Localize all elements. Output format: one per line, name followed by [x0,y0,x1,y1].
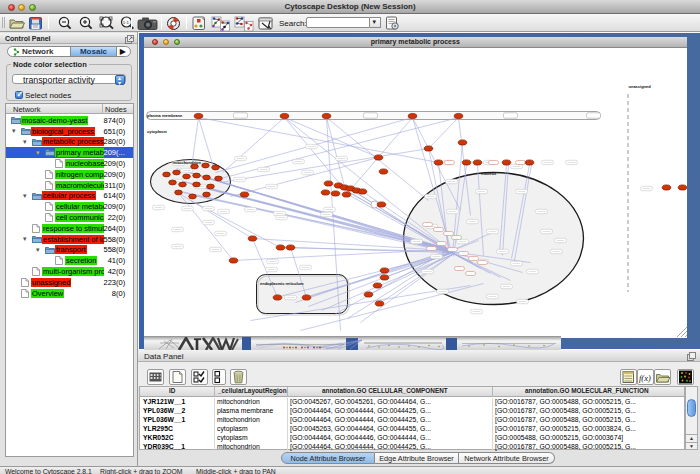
svg-text:cytoplasm: cytoplasm [147,128,167,133]
svg-text:f(x): f(x) [639,373,651,383]
svg-text:nucleus: nucleus [481,171,497,176]
svg-text:plasma membrane: plasma membrane [147,113,183,118]
svg-text:mitochondrion: mitochondrion [173,159,202,164]
svg-text:endoplasmic reticulum: endoplasmic reticulum [260,280,304,285]
svg-text:1:1: 1:1 [123,20,130,25]
svg-text:unassigned: unassigned [628,84,651,89]
